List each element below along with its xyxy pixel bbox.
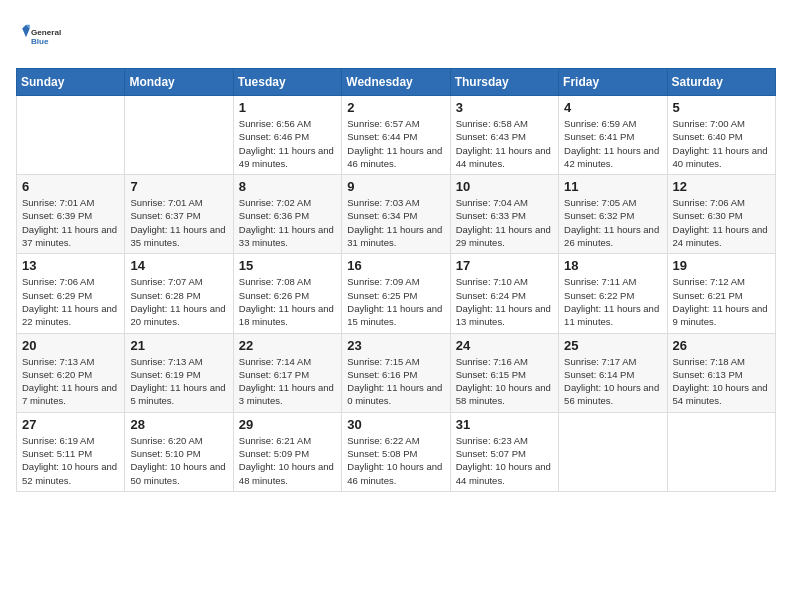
cell-content: Sunrise: 6:57 AM Sunset: 6:44 PM Dayligh…: [347, 117, 444, 170]
day-number: 24: [456, 338, 553, 353]
day-number: 6: [22, 179, 119, 194]
day-number: 28: [130, 417, 227, 432]
cell-content: Sunrise: 7:17 AM Sunset: 6:14 PM Dayligh…: [564, 355, 661, 408]
calendar-cell: 6Sunrise: 7:01 AM Sunset: 6:39 PM Daylig…: [17, 175, 125, 254]
cell-content: Sunrise: 7:10 AM Sunset: 6:24 PM Dayligh…: [456, 275, 553, 328]
day-number: 15: [239, 258, 336, 273]
calendar-cell: 30Sunrise: 6:22 AM Sunset: 5:08 PM Dayli…: [342, 412, 450, 491]
day-number: 23: [347, 338, 444, 353]
weekday-header-friday: Friday: [559, 69, 667, 96]
cell-content: Sunrise: 7:03 AM Sunset: 6:34 PM Dayligh…: [347, 196, 444, 249]
day-number: 19: [673, 258, 770, 273]
calendar-table: SundayMondayTuesdayWednesdayThursdayFrid…: [16, 68, 776, 492]
calendar-cell: 12Sunrise: 7:06 AM Sunset: 6:30 PM Dayli…: [667, 175, 775, 254]
svg-text:General: General: [31, 28, 61, 37]
cell-content: Sunrise: 6:56 AM Sunset: 6:46 PM Dayligh…: [239, 117, 336, 170]
cell-content: Sunrise: 7:12 AM Sunset: 6:21 PM Dayligh…: [673, 275, 770, 328]
cell-content: Sunrise: 6:19 AM Sunset: 5:11 PM Dayligh…: [22, 434, 119, 487]
cell-content: Sunrise: 7:07 AM Sunset: 6:28 PM Dayligh…: [130, 275, 227, 328]
calendar-cell: 10Sunrise: 7:04 AM Sunset: 6:33 PM Dayli…: [450, 175, 558, 254]
day-number: 27: [22, 417, 119, 432]
calendar-cell: 31Sunrise: 6:23 AM Sunset: 5:07 PM Dayli…: [450, 412, 558, 491]
calendar-cell: 26Sunrise: 7:18 AM Sunset: 6:13 PM Dayli…: [667, 333, 775, 412]
calendar-cell: [667, 412, 775, 491]
cell-content: Sunrise: 7:06 AM Sunset: 6:30 PM Dayligh…: [673, 196, 770, 249]
day-number: 5: [673, 100, 770, 115]
weekday-header-thursday: Thursday: [450, 69, 558, 96]
weekday-header-wednesday: Wednesday: [342, 69, 450, 96]
cell-content: Sunrise: 7:04 AM Sunset: 6:33 PM Dayligh…: [456, 196, 553, 249]
day-number: 1: [239, 100, 336, 115]
calendar-cell: [17, 96, 125, 175]
day-number: 11: [564, 179, 661, 194]
cell-content: Sunrise: 6:58 AM Sunset: 6:43 PM Dayligh…: [456, 117, 553, 170]
day-number: 29: [239, 417, 336, 432]
calendar-cell: 1Sunrise: 6:56 AM Sunset: 6:46 PM Daylig…: [233, 96, 341, 175]
calendar-cell: 22Sunrise: 7:14 AM Sunset: 6:17 PM Dayli…: [233, 333, 341, 412]
day-number: 8: [239, 179, 336, 194]
day-number: 22: [239, 338, 336, 353]
day-number: 17: [456, 258, 553, 273]
cell-content: Sunrise: 7:16 AM Sunset: 6:15 PM Dayligh…: [456, 355, 553, 408]
calendar-cell: 16Sunrise: 7:09 AM Sunset: 6:25 PM Dayli…: [342, 254, 450, 333]
day-number: 30: [347, 417, 444, 432]
day-number: 20: [22, 338, 119, 353]
day-number: 13: [22, 258, 119, 273]
generalblue-logo-icon: General Blue: [16, 16, 66, 56]
weekday-header-saturday: Saturday: [667, 69, 775, 96]
day-number: 3: [456, 100, 553, 115]
calendar-cell: 23Sunrise: 7:15 AM Sunset: 6:16 PM Dayli…: [342, 333, 450, 412]
day-number: 12: [673, 179, 770, 194]
day-number: 31: [456, 417, 553, 432]
cell-content: Sunrise: 7:13 AM Sunset: 6:19 PM Dayligh…: [130, 355, 227, 408]
day-number: 14: [130, 258, 227, 273]
calendar-cell: 8Sunrise: 7:02 AM Sunset: 6:36 PM Daylig…: [233, 175, 341, 254]
calendar-cell: 19Sunrise: 7:12 AM Sunset: 6:21 PM Dayli…: [667, 254, 775, 333]
day-number: 21: [130, 338, 227, 353]
calendar-cell: 3Sunrise: 6:58 AM Sunset: 6:43 PM Daylig…: [450, 96, 558, 175]
cell-content: Sunrise: 7:15 AM Sunset: 6:16 PM Dayligh…: [347, 355, 444, 408]
day-number: 2: [347, 100, 444, 115]
cell-content: Sunrise: 6:22 AM Sunset: 5:08 PM Dayligh…: [347, 434, 444, 487]
cell-content: Sunrise: 6:21 AM Sunset: 5:09 PM Dayligh…: [239, 434, 336, 487]
day-number: 4: [564, 100, 661, 115]
calendar-cell: 2Sunrise: 6:57 AM Sunset: 6:44 PM Daylig…: [342, 96, 450, 175]
cell-content: Sunrise: 6:23 AM Sunset: 5:07 PM Dayligh…: [456, 434, 553, 487]
day-number: 7: [130, 179, 227, 194]
cell-content: Sunrise: 7:00 AM Sunset: 6:40 PM Dayligh…: [673, 117, 770, 170]
day-number: 9: [347, 179, 444, 194]
calendar-cell: 29Sunrise: 6:21 AM Sunset: 5:09 PM Dayli…: [233, 412, 341, 491]
calendar-cell: 27Sunrise: 6:19 AM Sunset: 5:11 PM Dayli…: [17, 412, 125, 491]
svg-text:Blue: Blue: [31, 37, 49, 46]
calendar-cell: 7Sunrise: 7:01 AM Sunset: 6:37 PM Daylig…: [125, 175, 233, 254]
calendar-cell: 4Sunrise: 6:59 AM Sunset: 6:41 PM Daylig…: [559, 96, 667, 175]
logo: General Blue: [16, 16, 66, 56]
cell-content: Sunrise: 7:02 AM Sunset: 6:36 PM Dayligh…: [239, 196, 336, 249]
calendar-cell: 11Sunrise: 7:05 AM Sunset: 6:32 PM Dayli…: [559, 175, 667, 254]
day-number: 18: [564, 258, 661, 273]
calendar-cell: [559, 412, 667, 491]
day-number: 25: [564, 338, 661, 353]
day-number: 26: [673, 338, 770, 353]
calendar-week-row: 1Sunrise: 6:56 AM Sunset: 6:46 PM Daylig…: [17, 96, 776, 175]
cell-content: Sunrise: 7:14 AM Sunset: 6:17 PM Dayligh…: [239, 355, 336, 408]
weekday-header-sunday: Sunday: [17, 69, 125, 96]
calendar-cell: 28Sunrise: 6:20 AM Sunset: 5:10 PM Dayli…: [125, 412, 233, 491]
calendar-week-row: 20Sunrise: 7:13 AM Sunset: 6:20 PM Dayli…: [17, 333, 776, 412]
calendar-cell: 25Sunrise: 7:17 AM Sunset: 6:14 PM Dayli…: [559, 333, 667, 412]
calendar-week-row: 13Sunrise: 7:06 AM Sunset: 6:29 PM Dayli…: [17, 254, 776, 333]
day-number: 10: [456, 179, 553, 194]
cell-content: Sunrise: 7:05 AM Sunset: 6:32 PM Dayligh…: [564, 196, 661, 249]
weekday-header-row: SundayMondayTuesdayWednesdayThursdayFrid…: [17, 69, 776, 96]
cell-content: Sunrise: 7:09 AM Sunset: 6:25 PM Dayligh…: [347, 275, 444, 328]
calendar-week-row: 6Sunrise: 7:01 AM Sunset: 6:39 PM Daylig…: [17, 175, 776, 254]
calendar-cell: 17Sunrise: 7:10 AM Sunset: 6:24 PM Dayli…: [450, 254, 558, 333]
calendar-cell: 5Sunrise: 7:00 AM Sunset: 6:40 PM Daylig…: [667, 96, 775, 175]
cell-content: Sunrise: 6:20 AM Sunset: 5:10 PM Dayligh…: [130, 434, 227, 487]
cell-content: Sunrise: 7:01 AM Sunset: 6:39 PM Dayligh…: [22, 196, 119, 249]
cell-content: Sunrise: 7:11 AM Sunset: 6:22 PM Dayligh…: [564, 275, 661, 328]
day-number: 16: [347, 258, 444, 273]
header: General Blue: [16, 16, 776, 56]
weekday-header-tuesday: Tuesday: [233, 69, 341, 96]
cell-content: Sunrise: 6:59 AM Sunset: 6:41 PM Dayligh…: [564, 117, 661, 170]
